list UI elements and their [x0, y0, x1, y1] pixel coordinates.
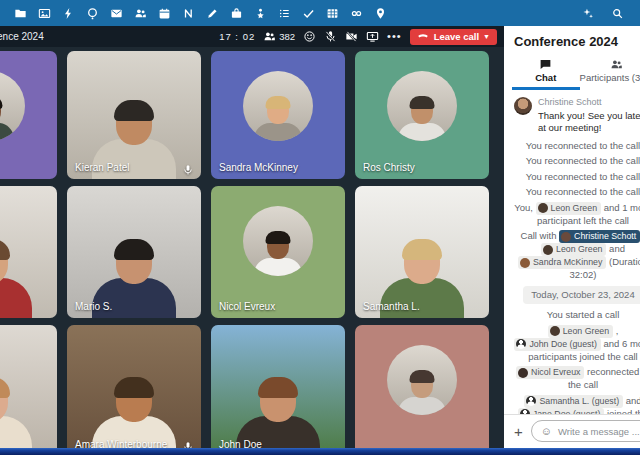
avatar — [243, 71, 313, 141]
participant-pill[interactable]: John Doe (guest) — [514, 338, 600, 351]
camera-off-icon[interactable] — [345, 30, 358, 43]
search-icon[interactable] — [611, 7, 624, 20]
date-divider-label: Today, October 23, 2024 — [523, 286, 640, 305]
chat-bubble-icon — [539, 57, 552, 70]
video-feed — [0, 186, 57, 318]
avatar — [518, 368, 528, 378]
pill-name: Sandra McKinney — [533, 256, 602, 269]
avatar — [387, 71, 457, 141]
video-tile[interactable]: Ros Christy — [355, 51, 489, 179]
q-status-icon[interactable] — [86, 7, 99, 20]
video-feed — [355, 186, 489, 318]
table-icon[interactable] — [326, 7, 339, 20]
briefcase-icon[interactable] — [230, 7, 243, 20]
video-tile[interactable]: Amara Winterbourne — [67, 325, 201, 448]
pill-name: Christine Schott — [574, 230, 636, 243]
video-feed — [67, 186, 201, 318]
participant-pill[interactable]: Leon Green — [536, 202, 601, 215]
participant-name: Nicol Evreux — [219, 301, 275, 312]
video-stage: Kieran PatelSandra McKinneyRos ChristyMa… — [0, 47, 504, 448]
system-message: You reconnected to the call — [514, 186, 640, 199]
avatar — [561, 232, 571, 242]
phone-down-icon — [417, 30, 430, 43]
participant-pill[interactable]: Nicol Evreux — [516, 366, 584, 379]
mic-on-icon — [182, 162, 194, 174]
pill-name: Samantha L. (guest) — [539, 395, 619, 408]
message-compose-bar: + ☺ Write a message ... — [504, 414, 640, 448]
chat-tabs: ChatParticipants (382) — [512, 56, 640, 90]
chat-panel-title: Conference 2024 — [514, 34, 640, 49]
pen-icon[interactable] — [206, 7, 219, 20]
check-icon[interactable] — [302, 7, 315, 20]
tab-participants[interactable]: Participants (382) — [580, 56, 640, 90]
participant-name: John Doe — [219, 439, 262, 448]
toolbar-right-group — [581, 7, 624, 20]
participant-name: Samantha L. — [363, 301, 420, 312]
mic-on-icon — [182, 439, 194, 448]
participant-pill[interactable]: Leon Green — [548, 325, 613, 338]
link-icon[interactable] — [350, 7, 363, 20]
video-tile[interactable]: Nicol Evreux — [211, 186, 345, 318]
video-tile[interactable] — [355, 325, 489, 448]
video-tile[interactable]: Kieran Patel — [67, 51, 201, 179]
emoji-picker-icon[interactable]: ☺ — [541, 425, 552, 437]
more-options-icon[interactable]: ••• — [387, 31, 402, 42]
message-input-placeholder: Write a message ... — [558, 426, 640, 437]
system-message: You, Leon Green and 1 more participant l… — [514, 202, 640, 228]
video-feed — [211, 325, 345, 448]
chevron-down-icon: ▼ — [483, 33, 490, 40]
system-message: You reconnected to the call — [514, 155, 640, 168]
star-user-icon[interactable] — [254, 7, 267, 20]
avatar — [514, 97, 532, 115]
avatar — [243, 206, 313, 276]
video-tile[interactable]: Mario S. — [67, 186, 201, 318]
reactions-icon[interactable] — [303, 30, 316, 43]
activity-icon[interactable] — [182, 7, 195, 20]
participants-icon[interactable] — [263, 30, 276, 43]
image-icon[interactable] — [38, 7, 51, 20]
window-bottom-edge — [0, 448, 640, 455]
date-divider: Today, October 23, 2024 — [514, 286, 640, 305]
participant-pill[interactable]: Samantha L. (guest) — [524, 395, 623, 408]
calendar-icon[interactable] — [158, 7, 171, 20]
mail-icon[interactable] — [110, 7, 123, 20]
sparkles-icon[interactable] — [581, 7, 594, 20]
participant-name: Kieran Patel — [75, 162, 129, 173]
people-icon[interactable] — [134, 7, 147, 20]
participant-pill[interactable]: Leon Green — [541, 243, 606, 256]
message-input[interactable]: ☺ Write a message ... — [531, 420, 640, 442]
tab-label: Chat — [535, 72, 556, 83]
mic-off-icon[interactable] — [324, 30, 337, 43]
avatar — [538, 203, 548, 213]
video-feed — [0, 325, 57, 448]
folder-icon[interactable] — [14, 7, 27, 20]
video-feed — [67, 51, 201, 179]
tab-chat[interactable]: Chat — [512, 56, 580, 90]
video-tile[interactable] — [0, 325, 57, 448]
add-attachment-button[interactable]: + — [512, 424, 525, 439]
video-tile[interactable]: Samantha L. — [355, 186, 489, 318]
video-tile[interactable]: John Doe — [211, 325, 345, 448]
call-title: Conference 2024 — [0, 31, 44, 42]
video-tile[interactable] — [0, 186, 57, 318]
video-tile[interactable] — [0, 51, 57, 179]
participant-name: Ros Christy — [363, 162, 415, 173]
video-tile[interactable]: Sandra McKinney — [211, 51, 345, 179]
guest-avatar-icon — [516, 339, 526, 349]
participant-pill[interactable]: Christine Schott — [559, 230, 640, 243]
leave-call-button[interactable]: Leave call ▼ — [410, 29, 497, 45]
avatar — [550, 326, 560, 336]
share-screen-icon[interactable] — [366, 30, 379, 43]
participant-pill[interactable]: Sandra McKinney — [518, 256, 606, 269]
system-message: Samantha L. (guest) and Jane Doe (guest)… — [514, 395, 640, 415]
message-list: Christine SchottThank you! See you later… — [514, 90, 640, 414]
participant-name: Sandra McKinney — [219, 162, 298, 173]
bolt-icon[interactable] — [62, 7, 75, 20]
participant-name: Mario S. — [75, 301, 112, 312]
location-icon[interactable] — [374, 7, 387, 20]
message-text: Thank you! See you later at our meeting! — [538, 110, 640, 135]
participants-icon — [610, 57, 623, 70]
pill-name: Leon Green — [563, 325, 609, 338]
message-author: Christine Schott — [538, 96, 640, 109]
list-icon[interactable] — [278, 7, 291, 20]
